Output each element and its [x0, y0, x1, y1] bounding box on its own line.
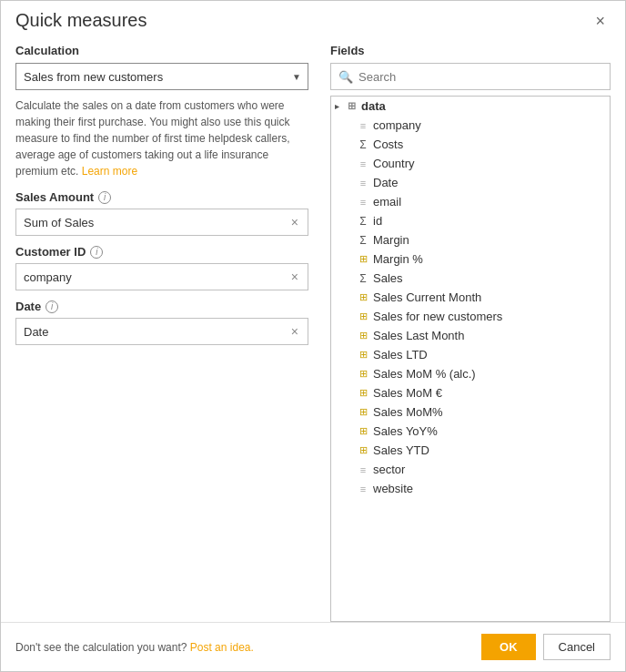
expand-icon: ▸	[335, 102, 339, 111]
tree-item-costs[interactable]: Σ Costs	[331, 135, 610, 154]
text-field-icon: ≡	[357, 158, 369, 169]
tree-item-label: Costs	[373, 137, 403, 151]
tree-item-sales-yoy-pct[interactable]: ⊞ Sales YoY%	[331, 422, 610, 441]
text-field-icon: ≡	[357, 120, 369, 131]
tree-item-label: email	[373, 195, 401, 209]
sigma-icon: Σ	[357, 272, 369, 285]
sales-amount-value: Sum of Sales	[24, 216, 289, 229]
measure-icon: ⊞	[357, 425, 369, 437]
tree-item-label: Sales MoM €	[373, 386, 442, 400]
tree-item-website[interactable]: ≡ website	[331, 479, 610, 498]
sales-amount-field[interactable]: Sum of Sales ×	[15, 209, 308, 236]
date-field-label: Date i	[15, 300, 308, 313]
sales-amount-info-icon: i	[98, 191, 111, 204]
cancel-button[interactable]: Cancel	[543, 634, 611, 660]
tree-item-sales-last-month[interactable]: ⊞ Sales Last Month	[331, 326, 610, 345]
tree-item-sales-mom-pct-alc[interactable]: ⊞ Sales MoM % (alc.)	[331, 364, 610, 383]
tree-item-label: website	[373, 482, 413, 495]
footer-hint: Don't see the calculation you want? Post…	[15, 641, 254, 654]
search-input[interactable]	[358, 70, 602, 84]
sigma-icon: Σ	[357, 234, 369, 247]
measure-icon: ⊞	[357, 444, 369, 456]
tree-item-label: Sales YTD	[373, 443, 429, 457]
tree-item-label: Margin %	[373, 252, 423, 266]
tree-item-sales[interactable]: Σ Sales	[331, 269, 610, 288]
fields-tree[interactable]: ▸ ⊞ data ≡ company Σ Costs ≡ Country	[330, 96, 611, 622]
description-text: Calculate the sales on a date from custo…	[15, 97, 308, 179]
date-field[interactable]: Date ×	[15, 318, 308, 345]
date-clear-button[interactable]: ×	[289, 325, 300, 338]
text-field-icon: ≡	[357, 178, 369, 188]
customer-id-info-icon: i	[90, 246, 103, 259]
customer-id-value: company	[24, 270, 289, 284]
measure-icon: ⊞	[357, 368, 369, 380]
tree-item-country[interactable]: ≡ Country	[331, 154, 610, 173]
tree-item-sales-ltd[interactable]: ⊞ Sales LTD	[331, 345, 610, 364]
tree-item-label: Country	[373, 157, 415, 170]
tree-item-sector[interactable]: ≡ sector	[331, 460, 610, 479]
search-icon: 🔍	[338, 70, 353, 84]
footer-buttons: OK Cancel	[481, 634, 611, 660]
customer-id-clear-button[interactable]: ×	[289, 270, 300, 283]
measure-icon: ⊞	[357, 291, 369, 303]
tree-item-label: Sales MoM % (alc.)	[373, 367, 476, 381]
tree-item-label: Margin	[373, 233, 409, 247]
sales-amount-clear-button[interactable]: ×	[289, 216, 300, 229]
tree-item-label: id	[373, 214, 382, 228]
left-panel: Calculation Sales from new customers ▼ C…	[15, 35, 316, 622]
fields-label: Fields	[330, 44, 611, 57]
tree-item-label: Sales for new customers	[373, 310, 502, 323]
tree-item-label: Sales YoY%	[373, 424, 438, 438]
calculation-select-wrapper[interactable]: Sales from new customers ▼	[15, 63, 308, 90]
learn-more-link[interactable]: Learn more	[82, 165, 137, 178]
measure-icon: ⊞	[357, 253, 369, 265]
measure-icon: ⊞	[357, 387, 369, 399]
customer-id-field[interactable]: company ×	[15, 263, 308, 290]
sigma-icon: Σ	[357, 138, 369, 151]
text-field-icon: ≡	[357, 464, 369, 475]
post-idea-link[interactable]: Post an idea.	[190, 641, 254, 654]
sigma-icon: Σ	[357, 215, 369, 228]
tree-item-email[interactable]: ≡ email	[331, 192, 610, 211]
tree-item-label: Sales LTD	[373, 348, 428, 361]
calculation-label: Calculation	[15, 44, 308, 57]
tree-item-label: sector	[373, 463, 405, 476]
tree-item-label: Sales Current Month	[373, 290, 481, 304]
tree-item-label: company	[373, 118, 421, 132]
tree-item-label: Sales	[373, 271, 403, 285]
tree-item-sales-mom-pct[interactable]: ⊞ Sales MoM%	[331, 402, 610, 422]
text-field-icon: ≡	[357, 197, 369, 208]
date-value: Date	[24, 325, 289, 339]
tree-root-label: data	[361, 99, 386, 113]
calculation-select[interactable]: Sales from new customers	[15, 63, 308, 90]
right-panel: Fields 🔍 ▸ ⊞ data ≡ company Σ	[330, 35, 611, 622]
tree-item-label: Sales MoM%	[373, 405, 443, 419]
measure-icon: ⊞	[357, 330, 369, 341]
close-button[interactable]: ×	[590, 11, 611, 31]
text-field-icon: ≡	[357, 484, 369, 494]
date-info-icon: i	[45, 300, 58, 313]
title-bar: Quick measures ×	[1, 1, 625, 35]
tree-item-margin[interactable]: Σ Margin	[331, 230, 610, 249]
measure-icon: ⊞	[357, 311, 369, 322]
tree-item-id[interactable]: Σ id	[331, 211, 610, 230]
measure-icon: ⊞	[357, 349, 369, 361]
tree-root-data[interactable]: ▸ ⊞ data	[331, 97, 610, 116]
measure-icon: ⊞	[357, 406, 369, 418]
tree-item-margin-pct[interactable]: ⊞ Margin %	[331, 249, 610, 269]
tree-item-date[interactable]: ≡ Date	[331, 173, 610, 192]
search-box[interactable]: 🔍	[330, 63, 611, 90]
sales-amount-field-label: Sales Amount i	[15, 190, 308, 204]
tree-item-label: Sales Last Month	[373, 329, 464, 342]
customer-id-field-label: Customer ID i	[15, 245, 308, 259]
ok-button[interactable]: OK	[481, 634, 536, 660]
table-icon: ⊞	[345, 100, 358, 112]
dialog-footer: Don't see the calculation you want? Post…	[1, 622, 625, 671]
dialog-body: Calculation Sales from new customers ▼ C…	[1, 35, 625, 622]
tree-item-sales-ytd[interactable]: ⊞ Sales YTD	[331, 441, 610, 460]
tree-item-sales-current-month[interactable]: ⊞ Sales Current Month	[331, 288, 610, 307]
tree-item-company[interactable]: ≡ company	[331, 116, 610, 135]
tree-item-sales-mom-eur[interactable]: ⊞ Sales MoM €	[331, 383, 610, 402]
tree-item-sales-new-customers[interactable]: ⊞ Sales for new customers	[331, 307, 610, 326]
quick-measures-dialog: Quick measures × Calculation Sales from …	[0, 0, 626, 672]
